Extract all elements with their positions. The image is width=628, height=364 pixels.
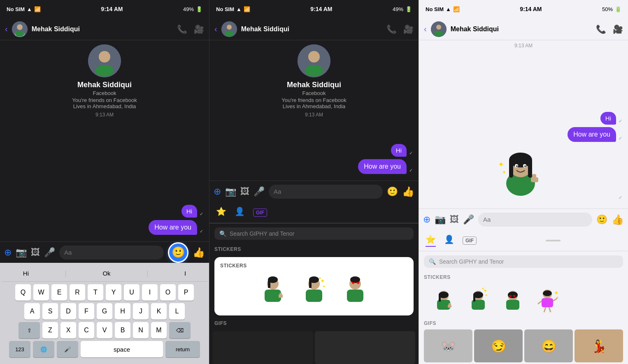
key-r[interactable]: R — [70, 284, 85, 301]
video-button-3[interactable]: 🎥 — [613, 24, 623, 34]
key-l[interactable]: L — [169, 303, 185, 320]
message-input-3[interactable] — [478, 213, 592, 227]
key-o[interactable]: O — [160, 284, 176, 301]
kb-suggest-hi[interactable]: Hi — [23, 270, 29, 277]
sticker-3[interactable]: ❤ ❤ — [337, 273, 374, 310]
gallery-icon-2[interactable]: 🖼 — [240, 186, 249, 197]
nav-icons-1: 📞 🎥 — [177, 24, 204, 34]
message-row-how-3: How are you ✓ — [425, 127, 622, 142]
contact-avatar-1 — [12, 21, 28, 37]
message-input-1[interactable] — [59, 246, 164, 260]
sticker-2[interactable]: ✦ ✦ ✦ — [295, 273, 333, 310]
emoji-icon-3[interactable]: 🙂 — [596, 214, 607, 225]
add-icon-3[interactable]: ⊕ — [423, 214, 430, 225]
key-delete[interactable]: ⌫ — [169, 322, 191, 338]
key-space[interactable]: space — [81, 341, 163, 357]
battery-3: 50% 🔋 — [602, 6, 621, 12]
key-mic[interactable]: 🎤 — [57, 341, 78, 357]
mic-icon-2[interactable]: 🎤 — [254, 186, 265, 197]
tab-gif-3[interactable]: GIF — [463, 236, 477, 245]
search-placeholder-3[interactable]: Search GIPHY and Tenor — [439, 258, 504, 265]
key-return[interactable]: return — [165, 341, 200, 357]
gif-2[interactable] — [315, 331, 415, 364]
key-e[interactable]: E — [51, 284, 67, 301]
time-1: 9:14 AM — [101, 6, 123, 12]
key-x[interactable]: X — [60, 322, 76, 338]
key-u[interactable]: U — [124, 284, 140, 301]
camera-icon-1[interactable]: 📷 — [16, 247, 27, 258]
key-t[interactable]: T — [88, 284, 103, 301]
key-q[interactable]: Q — [15, 284, 31, 301]
emoji-button-1[interactable]: 🙂 — [168, 242, 188, 263]
key-n[interactable]: N — [133, 322, 149, 338]
like-button-1[interactable]: 👍 — [193, 247, 205, 258]
emoji-icon-2[interactable]: 🙂 — [387, 186, 398, 197]
key-k[interactable]: K — [151, 303, 167, 320]
message-input-2[interactable] — [269, 185, 383, 199]
mic-icon-3[interactable]: 🎤 — [463, 214, 474, 225]
sticker-cell-3[interactable]: ❤ ❤ — [496, 283, 529, 316]
messages-area-2: Hi ✓ How are you ✓ — [209, 123, 419, 181]
gif-1[interactable] — [213, 331, 313, 364]
gif-cell-3[interactable]: 😄 — [524, 329, 573, 362]
gallery-icon-1[interactable]: 🖼 — [31, 247, 40, 258]
key-shift[interactable]: ⇧ — [19, 322, 40, 338]
gif-cell-4[interactable]: 💃 — [575, 329, 623, 362]
key-d[interactable]: D — [60, 303, 76, 320]
gif-cell-2[interactable]: 😏 — [474, 329, 523, 362]
add-icon-1[interactable]: ⊕ — [4, 247, 12, 258]
key-b[interactable]: B — [115, 322, 130, 338]
camera-icon-3[interactable]: 📷 — [435, 214, 446, 225]
kb-suggest-i[interactable]: I — [184, 270, 186, 277]
key-v[interactable]: V — [97, 322, 112, 338]
video-button-1[interactable]: 🎥 — [194, 24, 204, 34]
key-f[interactable]: F — [79, 303, 94, 320]
profile-location-1: Lives in Ahmedabad, India — [73, 103, 136, 109]
tab-avatar-2[interactable]: 👤 — [235, 206, 245, 219]
key-a[interactable]: A — [24, 303, 40, 320]
search-icon-3: 🔍 — [429, 258, 436, 265]
key-globe[interactable]: 🌐 — [33, 341, 54, 357]
key-w[interactable]: W — [33, 284, 49, 301]
key-y[interactable]: Y — [106, 284, 121, 301]
key-i[interactable]: I — [142, 284, 158, 301]
sticker-check-3: ✓ — [619, 195, 622, 200]
call-button-1[interactable]: 📞 — [177, 24, 187, 34]
search-placeholder-2[interactable]: Search GIPHY and Tenor — [230, 230, 294, 237]
key-123[interactable]: 123 — [9, 341, 30, 357]
back-button-2[interactable]: ‹ — [214, 24, 217, 34]
tab-stickers-2[interactable]: ⭐ — [216, 206, 226, 219]
kb-suggest-ok[interactable]: Ok — [102, 270, 110, 277]
like-button-2[interactable]: 👍 — [402, 186, 414, 197]
video-button-2[interactable]: 🎥 — [403, 24, 414, 34]
gallery-icon-3[interactable]: 🖼 — [450, 214, 459, 225]
camera-icon-2[interactable]: 📷 — [225, 186, 236, 197]
key-p[interactable]: P — [178, 284, 194, 301]
tab-avatar-3[interactable]: 👤 — [444, 234, 454, 247]
back-button-1[interactable]: ‹ — [5, 24, 8, 34]
input-bar-1: ⊕ 📷 🖼 🎤 🙂 👍 — [0, 241, 209, 263]
call-button-3[interactable]: 📞 — [596, 24, 606, 34]
key-m[interactable]: M — [151, 322, 167, 338]
key-h[interactable]: H — [115, 303, 130, 320]
sticker-cell-1[interactable] — [427, 283, 460, 316]
giphy-search-2: 🔍 Search GIPHY and Tenor — [214, 227, 414, 240]
gif-cell-1[interactable]: 🐭 — [424, 329, 472, 362]
key-z[interactable]: Z — [42, 322, 58, 338]
sticker-1[interactable] — [254, 273, 291, 310]
like-button-3[interactable]: 👍 — [612, 214, 624, 225]
key-j[interactable]: J — [133, 303, 149, 320]
call-button-2[interactable]: 📞 — [386, 24, 397, 34]
tab-stickers-3[interactable]: ⭐ — [426, 234, 436, 247]
status-bar-2: No SIM ▲ 📶 9:14 AM 49% 🔋 — [209, 0, 419, 18]
sticker-cell-4[interactable]: ✦ ✦ — [531, 283, 564, 316]
tab-gif-2[interactable]: GIF — [253, 209, 267, 217]
add-icon-2[interactable]: ⊕ — [214, 186, 221, 197]
key-s[interactable]: S — [42, 303, 58, 320]
key-g[interactable]: G — [97, 303, 112, 320]
back-button-3[interactable]: ‹ — [424, 24, 427, 34]
sticker-cell-2[interactable]: ✦ ✦ ✦ — [462, 283, 495, 316]
contact-name-2: Mehak Siddiqui — [241, 26, 382, 33]
key-c[interactable]: C — [79, 322, 94, 338]
mic-icon-1[interactable]: 🎤 — [44, 247, 55, 258]
